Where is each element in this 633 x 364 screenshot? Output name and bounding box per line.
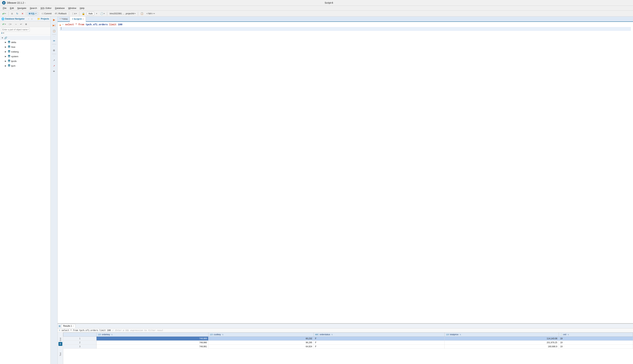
- commit-button[interactable]: ↑□ Commit: [40, 12, 53, 16]
- custkey-sort-icon[interactable]: ⇅: [222, 334, 223, 336]
- menu-help[interactable]: Help: [78, 6, 86, 10]
- tree-item-system[interactable]: ▶ system: [0, 54, 51, 59]
- menu-search[interactable]: Search: [29, 6, 39, 10]
- reconnect-button[interactable]: ↻: [15, 12, 20, 16]
- code-line-1: ▶ ⊢ select * from tpch.sf1.orders limit: [60, 23, 631, 27]
- collapse-nav-button[interactable]: ↩: [19, 22, 23, 26]
- lock-button[interactable]: 🔒: [81, 12, 86, 16]
- projects-tab[interactable]: 📁 Projects: [37, 18, 49, 20]
- menu-file[interactable]: File: [2, 6, 8, 10]
- tree-root-item[interactable]: ▼ 🔗: [0, 36, 51, 40]
- na-selector[interactable]: < N/A > ▾: [145, 12, 156, 16]
- auto-button[interactable]: Auto: [87, 12, 94, 15]
- tree-system-label: system: [11, 55, 18, 58]
- orderstatus-sort-icon[interactable]: ⇅: [331, 334, 333, 336]
- col-orderkey[interactable]: 123 orderkey ⇅: [97, 332, 208, 336]
- table-row[interactable]: 1 749,989 60,232 F 114,143.08 19: [63, 336, 633, 341]
- filter-placeholder[interactable]: Enter a SQL expression to filter resul: [115, 329, 631, 332]
- new-connection-button[interactable]: □+: [8, 22, 13, 26]
- row-3-totalprice: 160,686.9: [445, 345, 559, 349]
- menu-database[interactable]: Database: [54, 6, 66, 10]
- row-2-orderstatus: F: [314, 341, 445, 345]
- col-custkey[interactable]: 123 custkey ⇅: [208, 332, 314, 336]
- row-2-custkey: 96,295: [208, 341, 314, 345]
- db-navigator-tab[interactable]: 🌐 Database Navigator: [2, 18, 25, 20]
- totalprice-sort-icon[interactable]: ⇅: [460, 334, 461, 336]
- orderkey-sort-icon[interactable]: ⇅: [111, 334, 113, 336]
- refresh-nav-button[interactable]: ⇄ ▾: [1, 22, 7, 26]
- tree-root-expand[interactable]: ▼: [2, 37, 4, 39]
- disconnect-button[interactable]: ⊗: [10, 12, 14, 16]
- history-dropdown-arrow[interactable]: ▾: [104, 12, 105, 14]
- filter-icon[interactable]: ⊗: [1, 32, 3, 34]
- rollback-button[interactable]: ↺□ Rollback: [54, 12, 68, 16]
- results-tab-close[interactable]: ×: [73, 325, 74, 327]
- panel-header-icons: ─ □: [27, 18, 33, 20]
- ord-sort-icon[interactable]: ⇅: [567, 334, 569, 336]
- tree-tpch-expand[interactable]: ▶: [5, 65, 7, 67]
- tree-item-tpcds[interactable]: ▶ tpcds: [0, 59, 51, 64]
- trino-tab[interactable]: * *<trino: [58, 16, 70, 22]
- tree-root-icon: 🔗: [4, 36, 7, 39]
- results-table: 123 orderkey ⇅ 123 custkey ⇅: [63, 332, 633, 349]
- menu-window[interactable]: Window: [67, 6, 78, 10]
- filter-query-icon: ⊤: [59, 329, 60, 332]
- sync-nav-button[interactable]: ⊕: [24, 22, 28, 26]
- table-row[interactable]: 3 749,991 64,924 F 160,686.9 19: [63, 345, 633, 349]
- toolbar-separator-1: [8, 12, 9, 16]
- row-3-num: 3: [63, 345, 97, 349]
- tree-item-tpch[interactable]: ▶ tpch: [0, 64, 51, 68]
- format-dropdown-arrow[interactable]: ▾: [76, 12, 77, 14]
- stop-button[interactable]: ✕: [20, 12, 25, 16]
- row-2-ord: 19: [559, 341, 633, 345]
- col-totalprice[interactable]: 123 totalprice ⇅: [445, 332, 559, 336]
- menu-sql-editor[interactable]: SQL Editor: [39, 6, 53, 10]
- explain-button[interactable]: 📋: [52, 28, 57, 33]
- rollback-label: Rollback: [59, 12, 67, 15]
- run-statement-button[interactable]: ▶|: [52, 23, 57, 28]
- tree-item-iceberg[interactable]: ▶ iceberg: [0, 49, 51, 54]
- maximize-icon[interactable]: □: [30, 18, 33, 20]
- minimize-icon[interactable]: ─: [27, 18, 30, 20]
- refresh-nav-dropdown: ▾: [5, 23, 6, 25]
- run-script-button[interactable]: ▶: [52, 17, 57, 22]
- format-button[interactable]: ⋮≡ ▾: [70, 12, 78, 16]
- search-input[interactable]: [1, 28, 30, 32]
- col-ord[interactable]: 🕐 ord ⇅: [559, 332, 633, 336]
- tree-item-delta[interactable]: ▶ delta: [0, 40, 51, 45]
- view-button[interactable]: 👁: [52, 69, 57, 74]
- sql-dropdown-arrow[interactable]: ▾: [36, 12, 36, 14]
- menu-navigate[interactable]: Navigate: [16, 6, 28, 10]
- history-button[interactable]: 🕐 ▾: [99, 12, 106, 16]
- connect-button[interactable]: ⇄ ▾: [1, 11, 7, 16]
- connection-selector[interactable]: trino2022081 … .projecthil ▾: [108, 12, 137, 16]
- table-row[interactable]: 2 749,990 96,295 F 201,979.25 19: [63, 341, 633, 345]
- tree-iceberg-expand[interactable]: ▶: [5, 50, 7, 53]
- ord-label: ord: [563, 333, 566, 336]
- script-tab[interactable]: > Script-6 ×: [70, 16, 86, 22]
- commit-icon: ↑□: [41, 12, 44, 15]
- schema-button[interactable]: 📋: [139, 12, 145, 16]
- filter-dropdown[interactable]: ▾: [3, 32, 4, 34]
- sql-button[interactable]: ⊞ SQL ▾: [28, 12, 38, 15]
- tree-item-hive[interactable]: ▶ hive: [0, 45, 51, 49]
- tree-delta-expand[interactable]: ▶: [5, 41, 7, 44]
- import-button[interactable]: ↗: [52, 63, 57, 68]
- tree-tpcds-expand[interactable]: ▶: [5, 60, 7, 62]
- results-tab-1[interactable]: Results 1 ×: [61, 324, 76, 328]
- code-editor[interactable]: ▶ ⊢ select * from tpch.sf1.orders limit: [58, 22, 633, 323]
- auto-dropdown[interactable]: ▾: [95, 12, 98, 15]
- col-orderstatus[interactable]: ABC orderstatus ⇅: [314, 332, 445, 336]
- data-table[interactable]: 123 orderkey ⇅ 123 custkey ⇅: [63, 332, 633, 364]
- export-button[interactable]: ↗: [52, 58, 57, 62]
- expand-nav-button[interactable]: ↔: [14, 22, 18, 26]
- tree-system-expand[interactable]: ▶: [5, 55, 7, 58]
- tab-modified-indicator: *: [60, 18, 61, 20]
- connect-dropdown-arrow[interactable]: ▾: [5, 12, 6, 14]
- tree-hive-expand[interactable]: ▶: [5, 46, 7, 48]
- console-button[interactable]: ≫: [52, 38, 57, 43]
- script-tab-close[interactable]: ×: [83, 18, 84, 20]
- settings-button[interactable]: ⚙: [52, 48, 57, 53]
- grid-icon-box[interactable]: ⊞: [59, 342, 62, 346]
- menu-edit[interactable]: Edit: [9, 6, 15, 10]
